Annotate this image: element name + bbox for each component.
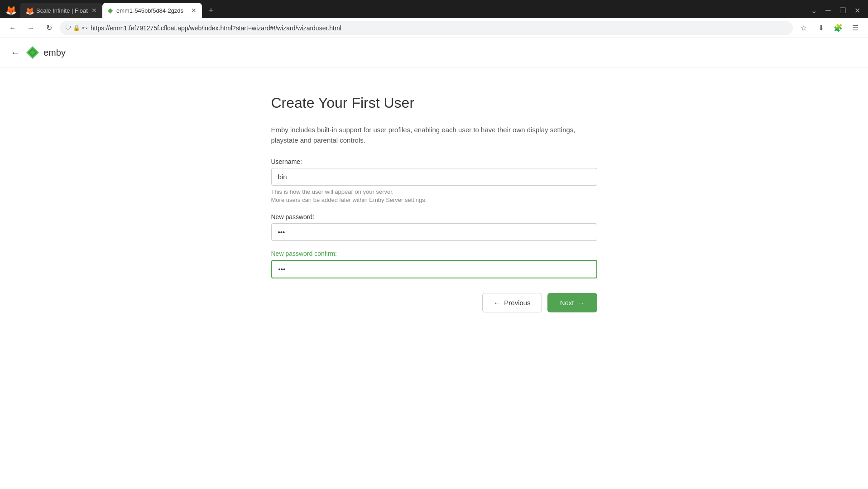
key-icon: 🗝 [82,24,88,31]
username-group: Username: This is how the user will appe… [271,158,597,204]
wizard-title: Create Your First User [271,95,597,111]
app-logo-text: emby [43,48,66,58]
app-header: ← emby [0,38,868,67]
password-input[interactable] [271,223,597,241]
extensions-button[interactable]: 🧩 [831,21,845,35]
previous-label: Previous [504,299,530,307]
username-hint2: More users can be added later within Emb… [271,196,597,204]
bookmark-button[interactable]: ☆ [796,21,811,35]
next-button[interactable]: Next → [547,293,597,312]
confirm-password-input[interactable] [271,260,597,278]
arrow-right-icon: → [578,299,585,307]
tab2-close-button[interactable]: ✕ [191,7,197,14]
refresh-button[interactable]: ↻ [42,21,56,35]
username-hint: This is how the user will appear on your… [271,188,597,204]
nav-right-buttons: ☆ ⬇ 🧩 ☰ [796,21,863,35]
button-row: ← Previous Next → [271,293,597,312]
username-label: Username: [271,158,597,165]
minimize-button[interactable]: ─ [823,5,834,16]
address-text: https://emm1.fef791275f.cfloat.app/web/i… [91,24,787,32]
username-input[interactable] [271,168,597,186]
app-back-button[interactable]: ← [11,48,20,58]
confirm-password-group: New password confirm: [271,250,597,278]
menu-button[interactable]: ☰ [848,21,863,35]
tab1-close-button[interactable]: ✕ [91,7,97,14]
dropdown-icon[interactable]: ⌄ [808,5,819,16]
previous-button[interactable]: ← Previous [482,293,542,312]
tab1-favicon: 🦊 [25,7,33,14]
close-window-button[interactable]: ✕ [852,5,863,16]
confirm-password-label: New password confirm: [271,250,597,257]
password-label: New password: [271,213,597,221]
restore-button[interactable]: ❐ [837,5,848,16]
tab-bar: 🦊 🦊 Scale Infinite | Float ✕ ◆ emm1-545b… [0,0,868,18]
emby-logo-icon [25,45,40,60]
username-hint1: This is how the user will appear on your… [271,188,597,196]
page-content: ← emby Create Your First User Emby inclu… [0,38,868,312]
address-security-icons: 🛡 🔒 🗝 [65,24,88,31]
password-group: New password: [271,213,597,241]
firefox-icon: 🦊 [5,5,17,16]
browser-chrome: 🦊 🦊 Scale Infinite | Float ✕ ◆ emm1-545b… [0,0,868,38]
next-label: Next [560,299,574,307]
new-tab-button[interactable]: + [204,3,218,18]
tab-emm1[interactable]: ◆ emm1-545bbf5d84-2gzds ✕ [102,3,202,18]
pocket-button[interactable]: ⬇ [814,21,828,35]
nav-bar: ← → ↻ 🛡 🔒 🗝 https://emm1.fef791275f.cflo… [0,18,868,38]
window-controls: ⌄ ─ ❐ ✕ [808,5,868,16]
wizard-container: Create Your First User Emby includes bui… [262,95,606,312]
forward-button[interactable]: → [24,21,38,35]
lock-icon: 🔒 [73,24,80,31]
tab1-title: Scale Infinite | Float [36,7,88,14]
wizard-description: Emby includes built-in support for user … [271,125,597,145]
address-bar[interactable]: 🛡 🔒 🗝 https://emm1.fef791275f.cfloat.app… [60,21,793,35]
logo-container: emby [25,45,66,60]
tab2-title: emm1-545bbf5d84-2gzds [116,7,187,14]
arrow-left-icon: ← [494,299,500,307]
tab-scale-infinite[interactable]: 🦊 Scale Infinite | Float ✕ [20,3,102,18]
address-domain: cfloat.app [161,24,188,32]
tab2-favicon: ◆ [108,7,113,14]
back-button[interactable]: ← [5,21,20,35]
shield-icon: 🛡 [65,24,71,31]
